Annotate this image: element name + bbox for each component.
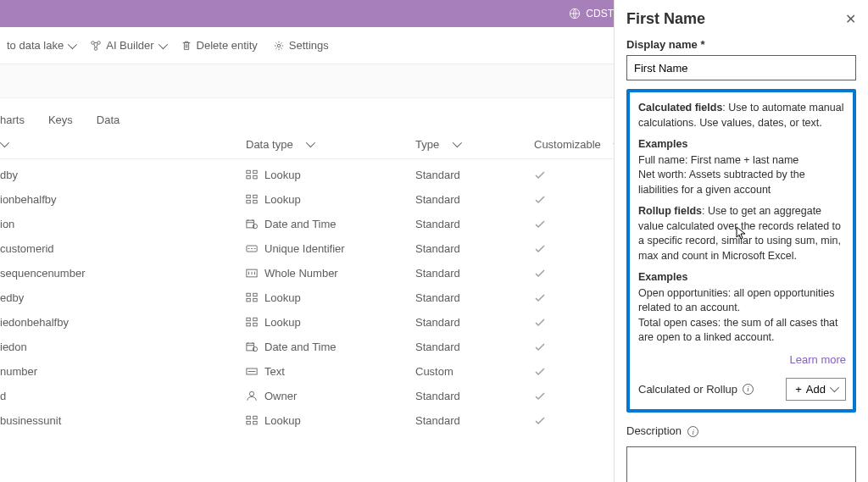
svg-rect-23 bbox=[253, 318, 257, 321]
lookup-icon bbox=[246, 194, 258, 205]
examples-heading-2: Examples bbox=[638, 270, 846, 285]
delete-entity-label: Delete entity bbox=[197, 39, 258, 52]
number-icon bbox=[246, 268, 258, 279]
ai-builder-icon bbox=[90, 40, 102, 52]
description-label: Description i bbox=[626, 424, 856, 438]
cell-type: Standard bbox=[415, 267, 534, 280]
learn-more-link[interactable]: Learn more bbox=[638, 352, 846, 368]
col-customizable[interactable]: Customizable bbox=[534, 138, 619, 151]
svg-rect-17 bbox=[247, 293, 250, 296]
col-datatype[interactable]: Data type bbox=[246, 138, 415, 151]
environment-indicator: CDST bbox=[569, 8, 614, 19]
svg-point-28 bbox=[249, 391, 253, 396]
cell-name: sequencenumber bbox=[0, 267, 246, 280]
chevron-down-icon bbox=[830, 383, 839, 392]
cell-customizable bbox=[534, 318, 619, 328]
svg-rect-29 bbox=[247, 416, 250, 419]
settings-button[interactable]: Settings bbox=[273, 39, 329, 52]
svg-rect-8 bbox=[253, 175, 257, 179]
globe-icon bbox=[569, 8, 581, 19]
cell-type: Standard bbox=[415, 193, 534, 206]
cell-datatype: Lookup bbox=[246, 291, 415, 304]
cell-customizable bbox=[534, 367, 619, 377]
datetime-icon bbox=[246, 219, 258, 230]
environment-name: CDST bbox=[586, 8, 614, 19]
cell-datatype: Unique Identifier bbox=[246, 242, 415, 255]
svg-rect-6 bbox=[247, 175, 250, 179]
cell-name: ion bbox=[0, 218, 246, 230]
uid-icon bbox=[246, 243, 258, 254]
cell-datatype: Lookup bbox=[246, 414, 415, 427]
tab-keys[interactable]: Keys bbox=[48, 114, 73, 126]
lookup-icon bbox=[246, 317, 258, 328]
cell-name: iedonbehalfby bbox=[0, 316, 246, 329]
cell-customizable bbox=[534, 416, 619, 426]
info-icon[interactable]: i bbox=[743, 384, 754, 395]
calc-fields-title: Calculated fields bbox=[638, 102, 722, 114]
cell-name: businessunit bbox=[0, 414, 246, 427]
cell-datatype: Owner bbox=[246, 390, 415, 402]
display-name-input[interactable] bbox=[626, 55, 856, 80]
calc-or-rollup-label: Calculated or Rollup i bbox=[638, 383, 754, 396]
add-button-label: Add bbox=[806, 383, 826, 396]
ai-builder[interactable]: AI Builder bbox=[90, 39, 164, 52]
svg-rect-19 bbox=[253, 293, 257, 296]
cell-name: d bbox=[0, 390, 246, 402]
cell-datatype: Lookup bbox=[246, 169, 415, 181]
svg-rect-5 bbox=[247, 170, 250, 174]
cell-customizable bbox=[534, 170, 619, 180]
chevron-down-icon bbox=[306, 138, 315, 147]
chevron-down-icon bbox=[453, 138, 462, 147]
calc-examples-text: Full name: First name + last name Net wo… bbox=[638, 153, 846, 198]
info-icon[interactable]: i bbox=[687, 426, 698, 437]
lookup-icon bbox=[246, 415, 258, 426]
cell-type: Custom bbox=[415, 365, 534, 378]
cell-type: Standard bbox=[415, 390, 534, 402]
svg-rect-20 bbox=[253, 298, 257, 302]
delete-entity-button[interactable]: Delete entity bbox=[181, 39, 258, 52]
svg-point-14 bbox=[253, 224, 257, 229]
col-type-label: Type bbox=[415, 138, 439, 151]
rollup-examples-text: Open opportunities: all open opportuniti… bbox=[638, 286, 846, 346]
col-name[interactable] bbox=[0, 141, 246, 147]
cell-datatype: Text bbox=[246, 365, 415, 378]
text-icon bbox=[246, 366, 258, 377]
settings-label: Settings bbox=[289, 39, 329, 52]
tab-data[interactable]: Data bbox=[97, 114, 120, 126]
chevron-down-icon bbox=[0, 138, 9, 147]
close-icon[interactable]: ✕ bbox=[845, 11, 856, 27]
tab-charts[interactable]: harts bbox=[0, 114, 25, 126]
lookup-icon bbox=[246, 292, 258, 303]
chevron-down-icon bbox=[68, 39, 77, 48]
cell-type: Standard bbox=[415, 218, 534, 230]
cell-customizable bbox=[534, 219, 619, 230]
cell-customizable bbox=[534, 342, 619, 352]
svg-rect-22 bbox=[247, 323, 250, 326]
cell-name: customerid bbox=[0, 242, 246, 255]
cell-name: edby bbox=[0, 291, 246, 304]
cell-type: Standard bbox=[415, 169, 534, 181]
col-datatype-label: Data type bbox=[246, 138, 293, 151]
examples-heading: Examples bbox=[638, 137, 846, 152]
cell-datatype: Lookup bbox=[246, 193, 415, 206]
add-button[interactable]: + Add bbox=[786, 378, 846, 401]
cell-type: Standard bbox=[415, 316, 534, 329]
svg-rect-24 bbox=[253, 323, 257, 326]
cell-type: Standard bbox=[415, 414, 534, 427]
cell-type: Standard bbox=[415, 341, 534, 353]
svg-point-2 bbox=[97, 41, 101, 44]
cell-datatype: Date and Time bbox=[246, 218, 415, 230]
export-to-datalake[interactable]: to data lake bbox=[7, 39, 75, 52]
datalake-label: to data lake bbox=[7, 39, 64, 52]
col-customizable-label: Customizable bbox=[534, 138, 601, 151]
svg-rect-30 bbox=[247, 421, 250, 424]
cell-customizable bbox=[534, 244, 619, 254]
col-type[interactable]: Type bbox=[415, 138, 534, 151]
svg-point-4 bbox=[277, 44, 281, 47]
svg-rect-12 bbox=[253, 200, 257, 203]
description-textarea[interactable] bbox=[626, 446, 856, 482]
lookup-icon bbox=[246, 169, 258, 180]
svg-rect-18 bbox=[247, 298, 250, 302]
cell-customizable bbox=[534, 293, 619, 303]
cell-customizable bbox=[534, 391, 619, 402]
